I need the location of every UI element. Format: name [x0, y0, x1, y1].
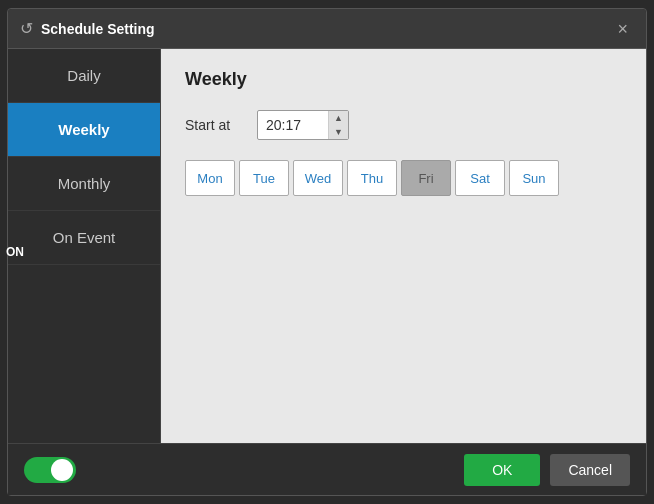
day-fri[interactable]: Fri [401, 160, 451, 196]
close-button[interactable]: × [611, 18, 634, 40]
dialog-body: Daily Weekly Monthly On Event Weekly Sta… [8, 49, 646, 443]
time-input[interactable] [258, 113, 328, 137]
start-at-row: Start at ▲ ▼ [185, 110, 622, 140]
toggle-label: ON [6, 245, 24, 259]
toggle-switch[interactable]: ON [24, 457, 76, 483]
title-bar-left: ↺ Schedule Setting [20, 19, 155, 38]
spinner-buttons: ▲ ▼ [328, 111, 348, 139]
title-bar: ↺ Schedule Setting × [8, 9, 646, 49]
time-input-container: ▲ ▼ [257, 110, 349, 140]
dialog-title: Schedule Setting [41, 21, 155, 37]
toggle-knob [51, 459, 73, 481]
footer-buttons: OK Cancel [464, 454, 630, 486]
day-sun[interactable]: Sun [509, 160, 559, 196]
day-mon[interactable]: Mon [185, 160, 235, 196]
refresh-icon: ↺ [20, 19, 33, 38]
dialog-footer: ON OK Cancel [8, 443, 646, 495]
sidebar: Daily Weekly Monthly On Event [8, 49, 161, 443]
days-row: Mon Tue Wed Thu Fri Sat Sun [185, 160, 622, 196]
day-sat[interactable]: Sat [455, 160, 505, 196]
content-title: Weekly [185, 69, 622, 90]
day-wed[interactable]: Wed [293, 160, 343, 196]
content-area: Weekly Start at ▲ ▼ Mon Tue [161, 49, 646, 443]
sidebar-item-on-event[interactable]: On Event [8, 211, 160, 265]
day-tue[interactable]: Tue [239, 160, 289, 196]
cancel-button[interactable]: Cancel [550, 454, 630, 486]
sidebar-item-monthly[interactable]: Monthly [8, 157, 160, 211]
ok-button[interactable]: OK [464, 454, 540, 486]
sidebar-item-daily[interactable]: Daily [8, 49, 160, 103]
time-increment-button[interactable]: ▲ [329, 111, 348, 125]
start-at-label: Start at [185, 117, 245, 133]
schedule-setting-dialog: ↺ Schedule Setting × Daily Weekly Monthl… [7, 8, 647, 496]
time-decrement-button[interactable]: ▼ [329, 125, 348, 139]
day-thu[interactable]: Thu [347, 160, 397, 196]
sidebar-item-weekly[interactable]: Weekly [8, 103, 160, 157]
toggle-container[interactable]: ON [24, 457, 76, 483]
